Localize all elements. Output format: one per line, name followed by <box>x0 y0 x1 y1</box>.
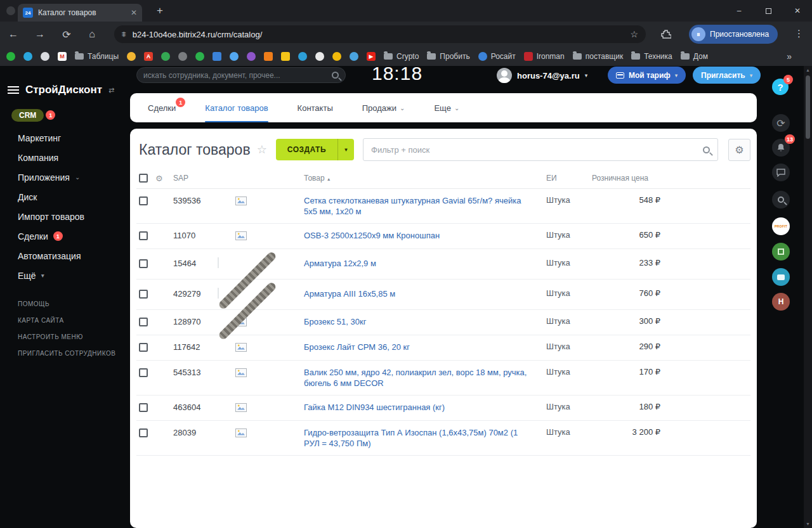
window-close-button[interactable]: ✕ <box>783 0 812 22</box>
product-photo[interactable] <box>218 288 219 299</box>
sidebar-item-automation[interactable]: Автоматизация <box>18 246 84 266</box>
crm-pill[interactable]: CRM 1 <box>11 109 44 122</box>
browser-profile-button[interactable]: ⏸ Приостановлена <box>689 25 778 44</box>
bookmark-rosait[interactable]: Росайт <box>478 52 516 61</box>
favorite-star-icon[interactable]: ☆ <box>257 143 267 157</box>
bookmark-folder-tech[interactable]: Техника <box>631 52 672 61</box>
header-sap[interactable]: SAP <box>173 174 215 183</box>
columns-gear-icon[interactable]: ⚙ <box>155 174 163 183</box>
app-scrollbar[interactable]: ▲ ▼ <box>804 66 812 528</box>
bookmark-folder-crypto[interactable]: Crypto <box>384 52 419 61</box>
bookmark-site[interactable] <box>350 52 358 61</box>
scroll-down-icon[interactable]: ▼ <box>804 522 812 526</box>
bookmark-ironman[interactable]: Ironman <box>524 52 565 61</box>
tab-search-icon[interactable] <box>6 6 15 15</box>
product-link[interactable]: Арматура 12х2,9 м <box>304 258 376 269</box>
table-row[interactable]: 117642 Брозекс Лайт СРМ 36, 20 кг Штука … <box>136 335 750 361</box>
hamburger-menu-icon[interactable] <box>8 86 19 94</box>
row-checkbox[interactable] <box>139 428 148 437</box>
table-row[interactable]: 15464 Арматура 12х2,9 м Штука 233 ₽ <box>136 249 750 280</box>
table-row[interactable]: 545313 Валик 250 мм, ядро 42, полиакрил … <box>136 361 750 396</box>
product-link[interactable]: Брозекс Лайт СРМ 36, 20 кг <box>304 342 410 352</box>
bookmark-site[interactable]: A <box>144 52 153 61</box>
messenger-button[interactable] <box>772 164 790 181</box>
row-checkbox[interactable] <box>139 318 148 326</box>
bookmark-whatsapp[interactable] <box>6 52 15 61</box>
sidebar-item-more[interactable]: Ещё▾ <box>18 266 84 285</box>
bookmark-telegram[interactable] <box>23 52 32 61</box>
app-avatar-green[interactable] <box>772 243 790 261</box>
product-link[interactable]: Арматура АIII 16х5,85 м <box>304 288 395 299</box>
scrollbar-thumb[interactable] <box>806 75 810 139</box>
bookmark-folder-home[interactable]: Дом <box>681 52 708 61</box>
global-search-input[interactable] <box>143 71 332 80</box>
row-checkbox[interactable] <box>139 290 148 299</box>
bookmark-site[interactable] <box>178 52 187 61</box>
row-checkbox[interactable] <box>139 231 148 240</box>
bookmark-site[interactable] <box>230 52 239 61</box>
bookmark-site[interactable] <box>161 52 170 61</box>
sidebar-item-deals[interactable]: Сделки1 <box>18 226 84 246</box>
sidebar-link-configure-menu[interactable]: НАСТРОИТЬ МЕНЮ <box>18 328 115 345</box>
product-photo[interactable] <box>218 257 219 268</box>
my-tariff-button[interactable]: Мой тариф ▾ <box>608 67 686 84</box>
table-row[interactable]: 11070 OSB-3 2500х1250х9 мм Кроношпан Шту… <box>136 224 750 249</box>
bookmark-site[interactable] <box>315 52 324 61</box>
bookmark-github[interactable] <box>41 52 49 61</box>
menu-settings-icon[interactable]: ⇄ <box>108 86 114 94</box>
product-link[interactable]: Сетка стеклотканевая штукатурная Gavial … <box>304 195 530 217</box>
row-checkbox[interactable] <box>139 368 148 377</box>
rail-search-button[interactable] <box>772 191 790 209</box>
home-button[interactable]: ⌂ <box>85 27 99 41</box>
bookmarks-overflow-icon[interactable]: » <box>787 51 806 61</box>
sidebar-link-invite-employees[interactable]: ПРИГЛАСИТЬ СОТРУДНИКОВ <box>18 345 115 361</box>
row-checkbox[interactable] <box>139 403 148 412</box>
header-unit[interactable]: ЕИ <box>542 174 592 183</box>
invite-button[interactable]: Пригласить ▾ <box>693 67 761 84</box>
filter-search[interactable] <box>363 138 718 161</box>
sidebar-item-disk[interactable]: Диск <box>18 187 84 207</box>
browser-menu-icon[interactable]: ⋮ <box>794 28 804 39</box>
sidebar-link-help[interactable]: ПОМОЩЬ <box>18 295 115 312</box>
bookmark-site[interactable] <box>281 52 290 61</box>
row-checkbox[interactable] <box>139 196 148 205</box>
site-info-icon[interactable]: ⩨ <box>122 30 126 39</box>
tab-more[interactable]: Еще⌄ <box>434 93 459 122</box>
product-link[interactable]: Валик 250 мм, ядро 42, полиакрил зел, во… <box>304 367 530 389</box>
bookmark-site[interactable]: ▶ <box>367 52 376 61</box>
sidebar-item-apps[interactable]: Приложения⌄ <box>18 167 84 187</box>
tab-sales[interactable]: Продажи⌄ <box>362 93 405 122</box>
minimize-button[interactable]: – <box>724 0 754 22</box>
bookmark-star-icon[interactable]: ☆ <box>630 29 638 39</box>
forward-button[interactable]: → <box>33 27 47 41</box>
table-row[interactable]: 539536 Сетка стеклотканевая штукатурная … <box>136 189 750 224</box>
maximize-button[interactable] <box>754 0 783 22</box>
scroll-up-icon[interactable]: ▲ <box>804 68 812 72</box>
row-checkbox[interactable] <box>139 259 148 268</box>
extensions-icon[interactable] <box>661 29 671 42</box>
browser-tab[interactable]: 24 Каталог товаров ✕ <box>18 4 142 22</box>
sidebar-item-marketing[interactable]: Маркетинг <box>18 128 84 148</box>
sidebar-item-company[interactable]: Компания <box>18 148 84 167</box>
updates-button[interactable]: ⟳ <box>772 114 790 132</box>
bookmark-site[interactable] <box>213 52 221 61</box>
row-checkbox[interactable] <box>139 343 148 352</box>
table-row[interactable]: 463604 Гайка М12 DIN934 шестигранная (кг… <box>136 396 750 421</box>
reload-button[interactable]: ⟳ <box>60 27 74 41</box>
app-avatar-teal[interactable] <box>772 268 790 286</box>
clock-widget[interactable]: 18:18 <box>372 64 422 83</box>
header-price[interactable]: Розничная цена <box>592 174 665 183</box>
filter-search-input[interactable] <box>371 145 703 155</box>
sidebar-link-sitemap[interactable]: КАРТА САЙТА <box>18 312 115 328</box>
app-avatar-profit[interactable]: PROFIT <box>772 217 790 235</box>
tab-catalog[interactable]: Каталог товаров <box>205 93 268 122</box>
bookmark-folder-tables[interactable]: Таблицы <box>75 52 119 61</box>
bookmark-folder-suppliers[interactable]: поставщик <box>573 52 623 61</box>
table-row[interactable]: 28039 Гидро-ветрозащита Тип А Изоспан (1… <box>136 421 750 456</box>
bookmark-site[interactable] <box>247 52 256 61</box>
sidebar-item-import[interactable]: Импорт товаров <box>18 207 84 226</box>
user-menu[interactable]: horus-74@ya.ru ▾ <box>497 68 587 83</box>
back-button[interactable]: ← <box>6 27 20 41</box>
bookmark-site[interactable] <box>298 52 307 61</box>
bookmark-folder-probit[interactable]: Пробить <box>427 52 469 61</box>
